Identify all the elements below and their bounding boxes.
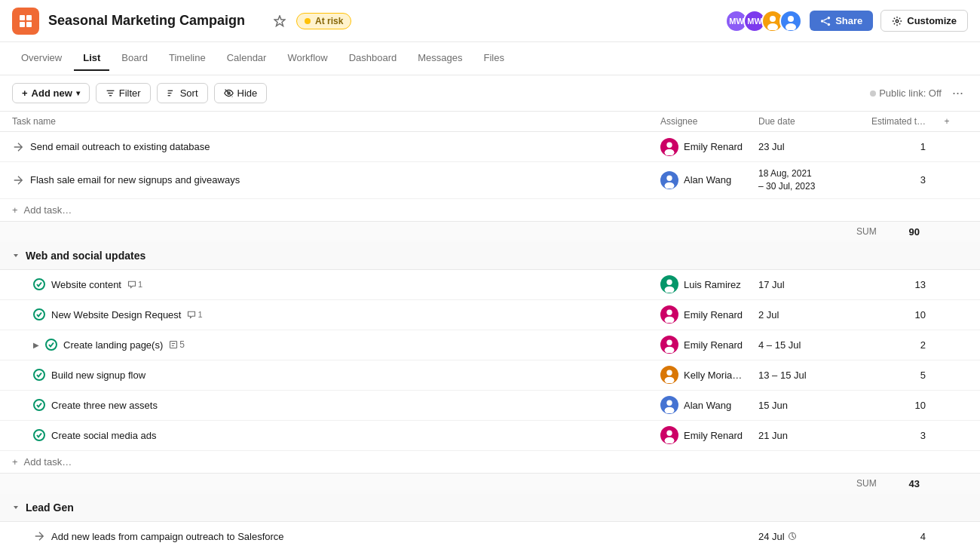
svg-marker-4	[274, 16, 285, 26]
svg-rect-2	[20, 22, 25, 27]
table-header: Task name Assignee Due date Estimated t……	[0, 112, 980, 132]
app-icon	[12, 8, 39, 35]
share-label: Share	[835, 15, 862, 26]
assignee-name: Kelly Moria…	[684, 370, 742, 381]
est-cell: 5	[856, 370, 932, 381]
date-cell: 4 – 15 Jul	[758, 339, 856, 351]
more-options-button[interactable]: ···	[948, 84, 968, 103]
task-name[interactable]: Flash sale email for new signups and giv…	[30, 174, 240, 186]
tab-workflow[interactable]: Workflow	[278, 46, 336, 71]
chevron-down-icon: ▾	[76, 89, 80, 97]
sum-row-1: SUM 90	[0, 221, 980, 242]
assignee-name: Emily Renard	[684, 430, 743, 441]
share-button[interactable]: Share	[810, 11, 873, 31]
assignee-avatar	[660, 138, 678, 156]
tab-files[interactable]: Files	[475, 46, 513, 71]
public-link-status: Public link: Off	[870, 87, 942, 99]
task-row: Flash sale email for new signups and giv…	[0, 162, 980, 199]
task-name[interactable]: Build new signup flow	[51, 370, 145, 381]
tab-timeline[interactable]: Timeline	[160, 46, 215, 71]
svg-point-42	[665, 377, 675, 383]
filter-button[interactable]: Filter	[96, 83, 151, 103]
date-cell: 15 Jun	[758, 400, 856, 411]
est-cell: 13	[856, 279, 932, 290]
avatar-f2	[779, 10, 802, 32]
add-task-label: Add task…	[24, 204, 72, 216]
task-row: Create three new assets Alan Wang 15 Jun…	[0, 391, 980, 421]
sum-value-1: 90	[909, 226, 926, 238]
check-icon	[33, 429, 45, 441]
svg-point-24	[665, 149, 675, 155]
assignee-avatar	[660, 426, 678, 444]
collapse-section-button[interactable]	[12, 252, 20, 259]
task-name[interactable]: Send email outreach to existing database	[30, 141, 210, 152]
svg-point-26	[665, 182, 675, 189]
task-name[interactable]: Create three new assets	[51, 400, 158, 411]
show-more-button[interactable]	[254, 14, 268, 28]
svg-point-14	[896, 20, 899, 23]
tab-messages[interactable]: Messages	[409, 46, 471, 71]
sort-label: Sort	[180, 87, 198, 99]
col-assignee: Assignee	[660, 116, 758, 127]
section-lead-gen[interactable]: Lead Gen	[0, 494, 980, 522]
hide-label: Hide	[237, 87, 258, 99]
assignee-avatar	[660, 396, 678, 414]
sum-row-2: SUM 43	[0, 473, 980, 494]
customize-button[interactable]: Customize	[880, 10, 968, 32]
est-cell: 10	[856, 309, 932, 321]
assignee-name: Alan Wang	[684, 174, 731, 186]
task-name[interactable]: New Website Design Request	[51, 309, 181, 321]
assignee-cell: Emily Renard	[660, 336, 758, 354]
top-bar: Seasonal Marketing Campaign At risk MW M…	[0, 0, 980, 42]
col-due-date: Due date	[758, 116, 856, 127]
public-link-label: Public link: Off	[879, 87, 942, 99]
tab-board[interactable]: Board	[112, 46, 157, 71]
est-cell: 2	[856, 339, 932, 351]
task-name[interactable]: Create landing page(s)	[63, 339, 163, 351]
assignee-name: Emily Renard	[684, 141, 743, 152]
task-name-cell: Create three new assets	[12, 399, 660, 411]
hide-button[interactable]: Hide	[214, 83, 268, 103]
task-name[interactable]: Website content	[51, 279, 121, 290]
sort-button[interactable]: Sort	[157, 83, 208, 103]
task-row: New Website Design Request 1 Emily Renar…	[0, 300, 980, 330]
task-name-cell: Add new leads from campaign outreach to …	[12, 530, 660, 542]
tab-calendar[interactable]: Calendar	[218, 46, 276, 71]
check-icon	[33, 369, 45, 381]
svg-point-47	[666, 431, 672, 436]
comment-icon: 1	[187, 310, 202, 319]
task-name-cell: Flash sale email for new signups and giv…	[12, 174, 660, 186]
date-cell: 23 Jul	[758, 141, 856, 152]
task-name[interactable]: Add new leads from campaign outreach to …	[51, 531, 284, 542]
col-add[interactable]: +	[932, 116, 962, 127]
svg-point-33	[665, 317, 675, 323]
check-icon	[33, 278, 45, 290]
collapse-lead-gen-button[interactable]	[12, 504, 20, 511]
top-bar-right: MW MW Share Customize	[725, 10, 968, 32]
filter-label: Filter	[119, 87, 141, 99]
expand-subtasks-button[interactable]: ▶	[33, 341, 39, 349]
tab-overview[interactable]: Overview	[12, 46, 71, 71]
add-task-row-2[interactable]: + Add task…	[0, 451, 980, 473]
at-risk-dot	[305, 18, 311, 24]
task-row: Create social media ads Emily Renard 21 …	[0, 421, 980, 451]
est-cell: 3	[856, 430, 932, 441]
section-web-social[interactable]: Web and social updates	[0, 242, 980, 270]
assignee-avatar	[660, 305, 678, 324]
assignee-avatar	[660, 336, 678, 354]
svg-rect-3	[26, 22, 32, 27]
section-title-lead-gen: Lead Gen	[26, 501, 74, 514]
add-task-row[interactable]: + Add task…	[0, 199, 980, 221]
assignee-cell: Emily Renard	[660, 138, 758, 156]
est-cell: 1	[856, 141, 932, 152]
assignee-cell: Emily Renard	[660, 305, 758, 324]
assignee-avatar	[660, 275, 678, 293]
tab-dashboard[interactable]: Dashboard	[340, 46, 406, 71]
add-new-label: Add new	[32, 87, 72, 99]
add-new-button[interactable]: + Add new ▾	[12, 83, 90, 103]
task-name[interactable]: Create social media ads	[51, 430, 156, 441]
assignee-cell: Alan Wang	[660, 396, 758, 414]
tab-list[interactable]: List	[74, 46, 109, 71]
nav-tabs: Overview List Board Timeline Calendar Wo…	[0, 42, 980, 75]
star-button[interactable]	[272, 14, 287, 29]
